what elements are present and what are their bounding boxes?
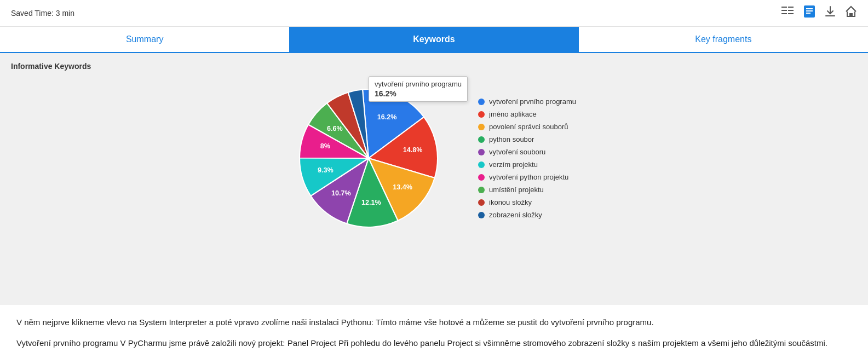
legend-item: jméno aplikace [478, 110, 576, 118]
svg-rect-7 [806, 8, 813, 9]
list-icon[interactable] [781, 5, 795, 21]
svg-text:8%: 8% [320, 142, 330, 150]
legend-dot [478, 187, 485, 193]
legend-label: vytvoření python projektu [489, 173, 568, 181]
tab-key-fragments[interactable]: Key fragments [579, 27, 868, 52]
svg-rect-4 [781, 13, 787, 14]
saved-time-label: Saved Time: [11, 9, 54, 18]
legend-item: python soubor [478, 135, 576, 143]
text-paragraph: V něm nejprve klikneme vlevo na System I… [16, 316, 852, 329]
section-title: Informative Keywords [11, 62, 857, 71]
svg-rect-9 [806, 13, 810, 14]
legend-label: vytvoření prvního programu [489, 97, 576, 106]
legend-dot [478, 149, 485, 155]
pie-chart: 16.2%14.8%13.4%12.1%10.7%9.3%8%6.6% vytv… [292, 82, 445, 235]
legend-item: vytvoření python projektu [478, 173, 576, 181]
legend-dot [478, 136, 485, 143]
legend-item: zobrazení složky [478, 211, 576, 219]
legend-dot [478, 124, 485, 130]
home-icon[interactable] [845, 5, 857, 21]
legend-label: jméno aplikace [489, 110, 537, 118]
text-content: V něm nejprve klikneme vlevo na System I… [0, 305, 868, 358]
top-icons [781, 5, 857, 21]
svg-rect-10 [825, 15, 835, 16]
top-bar: Saved Time: 3 min [0, 0, 868, 27]
legend-label: umístění projektu [489, 186, 544, 194]
legend-label: povolení správci souborů [489, 123, 568, 131]
legend-label: zobrazení složky [489, 211, 542, 219]
svg-rect-0 [781, 7, 787, 8]
legend-item: ikonou složky [478, 198, 576, 206]
svg-rect-5 [788, 13, 794, 14]
download-icon[interactable] [824, 5, 836, 21]
pie-svg: 16.2%14.8%13.4%12.1%10.7%9.3%8%6.6% [292, 82, 445, 235]
svg-text:14.8%: 14.8% [403, 146, 423, 154]
legend-item: verzím projektu [478, 160, 576, 169]
svg-rect-1 [788, 7, 794, 8]
legend-item: povolení správci souborů [478, 123, 576, 131]
legend-dot [478, 161, 485, 168]
legend: vytvoření prvního programujméno aplikace… [478, 97, 576, 219]
saved-time-value: 3 min [56, 9, 74, 18]
legend-item: umístění projektu [478, 186, 576, 194]
svg-text:16.2%: 16.2% [377, 113, 397, 121]
saved-time: Saved Time: 3 min [11, 9, 74, 18]
document-icon[interactable] [803, 5, 815, 21]
tab-keywords[interactable]: Keywords [289, 27, 578, 52]
tabs: Summary Keywords Key fragments [0, 27, 868, 53]
svg-text:12.1%: 12.1% [361, 199, 381, 206]
svg-rect-8 [806, 10, 813, 11]
legend-dot [478, 199, 485, 206]
legend-item: vytvoření prvního programu [478, 97, 576, 106]
chart-area: 16.2%14.8%13.4%12.1%10.7%9.3%8%6.6% vytv… [11, 76, 857, 246]
legend-label: python soubor [489, 135, 534, 143]
legend-dot [478, 111, 485, 118]
text-paragraph: Vytvoření prvního programu V PyCharmu js… [16, 337, 852, 350]
tab-summary[interactable]: Summary [0, 27, 289, 52]
svg-text:10.7%: 10.7% [331, 189, 351, 197]
svg-rect-11 [849, 13, 853, 16]
legend-item: vytvoření souboru [478, 148, 576, 156]
legend-dot [478, 212, 485, 218]
legend-label: verzím projektu [489, 160, 538, 169]
svg-rect-3 [788, 10, 794, 11]
legend-dot [478, 174, 485, 181]
svg-rect-2 [781, 10, 787, 11]
svg-text:6.6%: 6.6% [327, 125, 343, 132]
svg-text:9.3%: 9.3% [318, 166, 334, 174]
legend-label: ikonou složky [489, 198, 532, 206]
legend-dot [478, 99, 485, 105]
main-content: Informative Keywords 16.2%14.8%13.4%12.1… [0, 53, 868, 305]
svg-text:13.4%: 13.4% [393, 183, 412, 191]
legend-label: vytvoření souboru [489, 148, 545, 156]
